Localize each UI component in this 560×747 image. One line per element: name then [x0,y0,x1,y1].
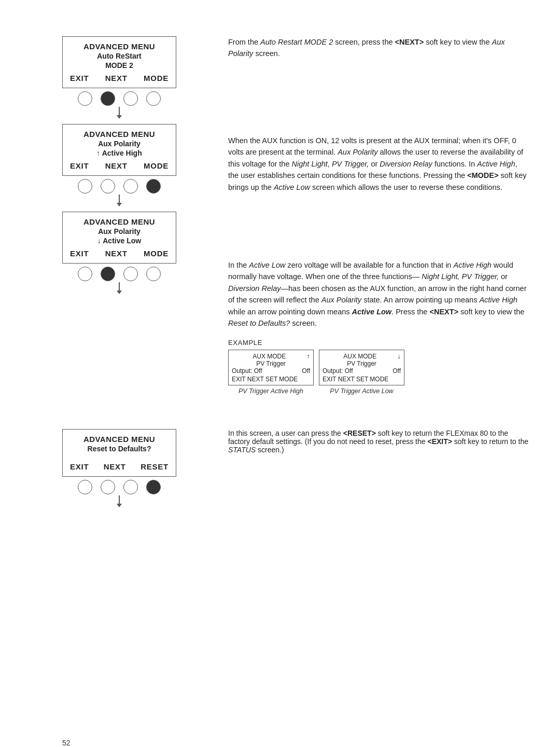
bottom-section: ADVANCED MENU Reset to Defaults? EXIT NE… [31,429,529,513]
screen2-title: ADVANCED MENU [70,130,169,139]
screen4: ADVANCED MENU Reset to Defaults? EXIT NE… [62,429,176,477]
screen2-btn3[interactable]: MODE [144,161,169,170]
screen3: ADVANCED MENU Aux Polarity ↓ Active Low … [62,212,176,264]
ex-left-row1-right: Off [302,367,310,375]
screen1-value: MODE 2 [70,61,169,70]
ex-right-arrow: ↓ [398,352,401,360]
indicators4 [78,480,161,509]
page-number: 52 [62,739,71,747]
ex-left-sub: PV Trigger [232,360,310,367]
screen4-title: ADVANCED MENU [70,435,169,444]
screen4-btn2[interactable]: NEXT [104,462,126,471]
screen4-buttons: EXIT NEXT RESET [70,462,169,471]
ex-left-arrow: ↑ [307,352,311,360]
screen1-btn3[interactable]: MODE [144,74,169,82]
ex-right-row1: Output: Off Off [323,367,401,375]
btn-circle-7 [123,179,138,193]
screen1-btn1[interactable]: EXIT [70,74,89,82]
indicators1 [78,91,161,121]
screen2-btn2[interactable]: NEXT [105,161,128,170]
screen3-title: ADVANCED MENU [70,217,169,226]
btn-circle-2 [101,91,115,106]
btn-circle-11 [123,267,138,281]
btn-circle-10 [101,267,115,281]
ex-left-caption: PV Trigger Active High [239,388,303,395]
example-screen-right: AUX MODE ↓ PV Trigger Output: Off Off EX… [319,350,404,385]
ex-left-btns: EXIT NEXT SET MODE [232,376,310,383]
bottom-left: ADVANCED MENU Reset to Defaults? EXIT NE… [31,429,207,513]
example-screen-left: AUX MODE ↑ PV Trigger Output: Off Off EX… [228,350,314,385]
example-screens: AUX MODE ↑ PV Trigger Output: Off Off EX… [228,350,529,395]
arrow-down-2 [117,195,122,206]
btn-circle-1 [78,91,92,106]
example-screen-left-wrap: AUX MODE ↑ PV Trigger Output: Off Off EX… [228,350,314,395]
screen4-btn3[interactable]: RESET [141,462,169,471]
screen4-btn1[interactable]: EXIT [70,462,89,471]
example-screen-right-wrap: AUX MODE ↓ PV Trigger Output: Off Off EX… [319,350,404,395]
screen1-subtitle: Auto ReStart [70,52,169,60]
arrow-down-1 [117,107,122,119]
screen2: ADVANCED MENU Aux Polarity ↑ Active High… [62,124,176,176]
btn-circle-6 [101,179,115,193]
ex-right-sub: PV Trigger [323,360,401,367]
screen2-subtitle: Aux Polarity [70,140,169,148]
btn-circle-15 [123,480,138,494]
bottom-right: In this screen, a user can press the <RE… [228,429,529,513]
screen3-btn3[interactable]: MODE [144,249,169,258]
btn-circle-14 [101,480,115,494]
screen3-value: ↓ Active Low [70,237,169,245]
btn-circle-4 [146,91,161,106]
indicators2 [78,179,161,209]
btn-circle-16 [146,480,161,494]
screen2-value: ↑ Active High [70,149,169,157]
example-label: EXAMPLE [228,339,529,347]
btn-circle-13 [78,480,92,494]
section3-text: In the Active Low zero voltage will be a… [228,259,529,329]
right-section3: In the Active Low zero voltage will be a… [228,259,529,395]
right-section1: From the Auto Restart MODE 2 screen, pre… [228,36,529,104]
ex-right-title: AUX MODE [323,353,398,360]
ex-left-row1: Output: Off Off [232,367,310,375]
btn-circle-12 [146,267,161,281]
ex-right-row1-left: Output: Off [323,367,353,375]
example-section: EXAMPLE AUX MODE ↑ PV Trigger [228,339,529,395]
ex-right-btns: EXIT NEXT SET MODE [323,376,401,383]
screen3-buttons: EXIT NEXT MODE [70,249,169,258]
btn-circle-8 [146,179,161,193]
screen1: ADVANCED MENU Auto ReStart MODE 2 EXIT N… [62,36,176,88]
arrow-down-4 [117,495,122,507]
right-section2: When the AUX function is ON, 12 volts is… [228,135,529,249]
screen2-buttons: EXIT NEXT MODE [70,161,169,170]
ex-right-caption: PV Trigger Active Low [330,388,393,395]
screen2-btn1[interactable]: EXIT [70,161,89,170]
btn-circle-5 [78,179,92,193]
section4-text: In this screen, a user can press the <RE… [228,429,529,454]
btn-circle-9 [78,267,92,281]
screen3-btn1[interactable]: EXIT [70,249,89,258]
section2-text: When the AUX function is ON, 12 volts is… [228,135,529,193]
ex-left-title: AUX MODE [232,353,307,360]
indicators3 [78,267,161,296]
ex-right-row1-right: Off [393,367,401,375]
screen1-title: ADVANCED MENU [70,42,169,51]
screen1-btn2[interactable]: NEXT [105,74,128,82]
ex-left-row1-left: Output: Off [232,367,262,375]
btn-circle-3 [123,91,138,106]
arrow-down-3 [117,282,122,294]
section1-text: From the Auto Restart MODE 2 screen, pre… [228,36,529,60]
screen1-buttons: EXIT NEXT MODE [70,74,169,82]
screen3-subtitle: Aux Polarity [70,227,169,236]
screen4-subtitle: Reset to Defaults? [70,445,169,453]
screen3-btn2[interactable]: NEXT [105,249,128,258]
